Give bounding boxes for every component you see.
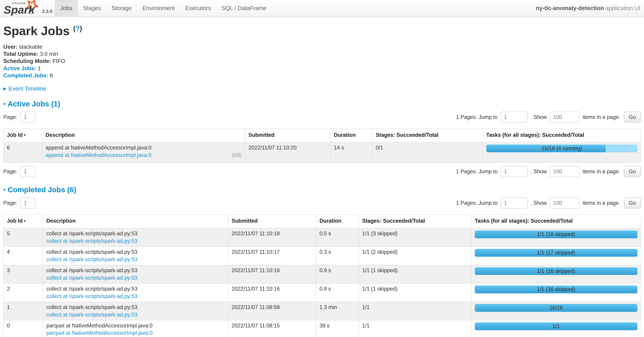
job-detail-link[interactable]: collect at /spark-scripts/spark-ad.py:53 bbox=[46, 274, 138, 282]
expand-arrow-icon: ▶ bbox=[3, 86, 6, 91]
spark-logo[interactable]: APACHE Spark ™ 3.3.0 bbox=[0, 0, 55, 16]
job-detail-link[interactable]: collect at /spark-scripts/spark-ad.py:53 bbox=[46, 293, 138, 300]
summary-active-value: 1 bbox=[38, 65, 41, 71]
application-name-bold: ny-tlc-anomaly-detection bbox=[536, 5, 604, 11]
column-job-id[interactable]: Job Id▾ bbox=[4, 215, 43, 228]
jump-to-page-input[interactable] bbox=[500, 197, 528, 209]
tasks-cell: 16/16 bbox=[471, 302, 641, 320]
kill-link[interactable]: (kill) bbox=[232, 152, 242, 159]
job-detail-link[interactable]: append at NativeMethodAccessorImpl.java:… bbox=[46, 152, 152, 159]
stages-cell: 1/1 bbox=[359, 320, 471, 337]
summary-active-jobs: Active Jobs: 1 bbox=[3, 65, 641, 72]
page-number-input[interactable] bbox=[20, 112, 35, 123]
description-cell: collect at /spark-scripts/spark-ad.py:53… bbox=[43, 302, 228, 320]
submitted-cell: 2022/11/07 11:08:15 bbox=[228, 320, 316, 337]
completed-jobs-table: Job Id▾ Description Submitted Duration S… bbox=[3, 215, 641, 337]
description-cell: collect at /spark-scripts/spark-ad.py:53… bbox=[43, 284, 228, 302]
description-text: collect at /spark-scripts/spark-ad.py:53 bbox=[46, 230, 224, 237]
go-button[interactable]: Go bbox=[624, 166, 641, 177]
tab-sql-dataframe[interactable]: SQL / DataFrame bbox=[216, 0, 272, 16]
job-detail-link[interactable]: collect at /spark-scripts/spark-ad.py:53 bbox=[46, 237, 138, 245]
page-label: Page: bbox=[3, 200, 17, 206]
stages-cell: 1/1 (2 skipped) bbox=[359, 247, 471, 265]
description-cell: parquet at NativeMethodAccessorImpl.java… bbox=[43, 320, 228, 337]
items-label: items in a page. bbox=[582, 200, 620, 206]
duration-cell: 0.9 s bbox=[316, 265, 359, 284]
jump-to-page-input[interactable] bbox=[500, 166, 528, 177]
description-cell: collect at /spark-scripts/spark-ad.py:53… bbox=[43, 228, 228, 247]
tab-storage[interactable]: Storage bbox=[106, 0, 137, 16]
jump-to-page-input[interactable] bbox=[500, 112, 528, 123]
table-row: 0 parquet at NativeMethodAccessorImpl.ja… bbox=[4, 320, 641, 337]
items-per-page-input[interactable] bbox=[550, 166, 580, 177]
column-submitted[interactable]: Submitted bbox=[245, 129, 330, 142]
table-row: 6 append at NativeMethodAccessorImpl.jav… bbox=[4, 142, 641, 162]
completed-jobs-link[interactable]: Completed Jobs: bbox=[3, 72, 48, 78]
progress-label: 1/1 (18 skipped) bbox=[475, 231, 638, 238]
items-per-page-input[interactable] bbox=[550, 197, 580, 209]
active-jobs-section-header[interactable]: ▾Active Jobs (1) bbox=[3, 100, 641, 108]
column-job-id-label: Job Id bbox=[7, 218, 22, 224]
pages-info-text: 1 Pages. Jump to bbox=[456, 200, 498, 206]
column-tasks[interactable]: Tasks (for all stages): Succeeded/Total bbox=[471, 215, 641, 228]
active-top-pagination: Page: 1 Pages. Jump to . Show items in a… bbox=[3, 111, 641, 123]
items-label: items in a page. bbox=[582, 168, 620, 175]
submitted-cell: 2022/11/07 11:10:18 bbox=[228, 228, 316, 247]
application-name-suffix: application UI bbox=[604, 5, 640, 11]
summary-completed-value: 6 bbox=[50, 72, 53, 78]
summary-user-label: User: bbox=[3, 44, 18, 50]
job-detail-link[interactable]: parquet at NativeMethodAccessorImpl.java… bbox=[46, 329, 152, 337]
stages-cell: 1/1 (3 skipped) bbox=[359, 228, 471, 247]
description-cell: collect at /spark-scripts/spark-ad.py:53… bbox=[43, 247, 228, 265]
event-timeline-toggle[interactable]: ▶Event Timeline bbox=[3, 85, 641, 92]
job-detail-link[interactable]: collect at /spark-scripts/spark-ad.py:53 bbox=[46, 311, 138, 319]
duration-cell: 0.3 s bbox=[316, 247, 359, 265]
go-button[interactable]: Go bbox=[624, 112, 641, 123]
completed-jobs-section-header[interactable]: ▾Completed Jobs (6) bbox=[3, 186, 641, 194]
items-label: items in a page. bbox=[582, 114, 620, 120]
column-job-id[interactable]: Job Id▾ bbox=[4, 129, 42, 142]
help-link[interactable]: ? bbox=[76, 25, 80, 32]
items-per-page-input[interactable] bbox=[550, 112, 580, 123]
tab-jobs[interactable]: Jobs bbox=[55, 0, 78, 16]
progress-label: 1/1 bbox=[475, 323, 638, 330]
description-text: collect at /spark-scripts/spark-ad.py:53 bbox=[46, 267, 224, 274]
pages-info-text: 1 Pages. Jump to bbox=[456, 168, 498, 175]
completed-jobs-section-title: Completed Jobs (6) bbox=[8, 186, 76, 194]
active-jobs-section-title: Active Jobs (1) bbox=[8, 100, 60, 108]
progress-label: 15/19 (4 running) bbox=[486, 145, 638, 152]
duration-cell: 0.5 s bbox=[316, 228, 359, 247]
column-stages[interactable]: Stages: Succeeded/Total bbox=[359, 215, 471, 228]
description-text: append at NativeMethodAccessorImpl.java:… bbox=[46, 144, 242, 152]
tab-stages[interactable]: Stages bbox=[78, 0, 106, 16]
page-title: Spark Jobs (?) bbox=[3, 24, 641, 38]
tab-environment[interactable]: Environment bbox=[137, 0, 180, 16]
column-description[interactable]: Description bbox=[43, 215, 228, 228]
spark-logo-icon: APACHE Spark ™ bbox=[3, 0, 41, 16]
column-duration[interactable]: Duration bbox=[316, 215, 359, 228]
column-stages[interactable]: Stages: Succeeded/Total bbox=[372, 129, 483, 142]
column-description[interactable]: Description bbox=[42, 129, 245, 142]
task-progress-bar: 15/19 (4 running) bbox=[486, 145, 638, 152]
table-row: 5 collect at /spark-scripts/spark-ad.py:… bbox=[4, 228, 641, 247]
description-text: collect at /spark-scripts/spark-ad.py:53 bbox=[46, 304, 224, 311]
column-duration[interactable]: Duration bbox=[330, 129, 372, 142]
summary-scheduling-value: FIFO bbox=[52, 58, 65, 64]
page-label: Page: bbox=[3, 114, 17, 120]
application-name: ny-tlc-anomaly-detection application UI bbox=[536, 5, 644, 11]
task-progress-bar: 1/1 (17 skipped) bbox=[475, 249, 638, 257]
progress-label: 1/1 (17 skipped) bbox=[475, 249, 638, 257]
task-progress-bar: 1/1 (16 skipped) bbox=[475, 267, 638, 275]
page-number-input[interactable] bbox=[20, 166, 35, 177]
go-button[interactable]: Go bbox=[624, 197, 641, 209]
active-jobs-link[interactable]: Active Jobs: bbox=[3, 65, 36, 71]
tab-executors[interactable]: Executors bbox=[180, 0, 216, 16]
column-tasks[interactable]: Tasks (for all stages): Succeeded/Total bbox=[483, 129, 641, 142]
job-detail-link[interactable]: collect at /spark-scripts/spark-ad.py:53 bbox=[46, 256, 138, 263]
page-number-input[interactable] bbox=[20, 197, 35, 209]
column-submitted[interactable]: Submitted bbox=[228, 215, 316, 228]
summary-user: User: stackable bbox=[3, 43, 641, 50]
duration-cell: 14 s bbox=[330, 142, 372, 162]
job-id-cell: 1 bbox=[4, 302, 43, 320]
sort-desc-icon: ▾ bbox=[24, 133, 26, 137]
